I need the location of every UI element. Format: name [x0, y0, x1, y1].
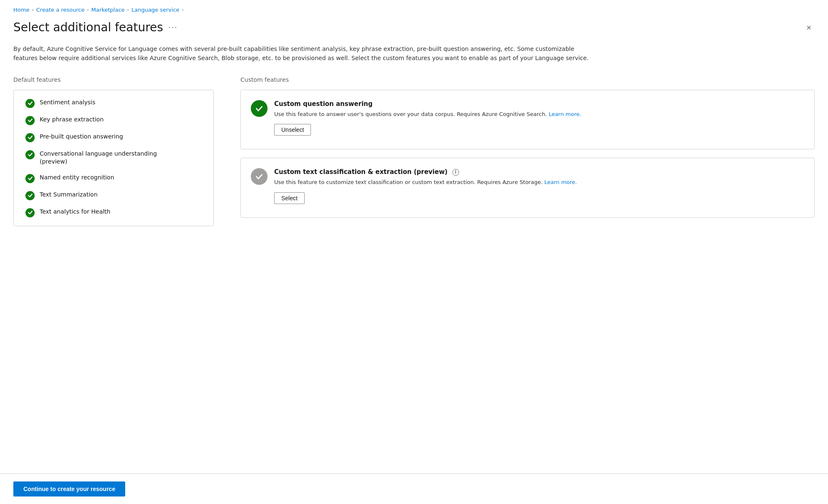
breadcrumb-chevron-2: ›: [87, 7, 88, 13]
card-header: Custom text classification & extraction …: [251, 168, 804, 204]
custom-text-classification-card: Custom text classification & extraction …: [240, 158, 815, 218]
list-item: Text analytics for Health: [25, 208, 202, 217]
page-header: Select additional features ··· ×: [13, 20, 815, 34]
unselected-icon: [251, 168, 268, 185]
more-options-button[interactable]: ···: [168, 23, 178, 32]
check-icon: [25, 208, 35, 217]
check-icon: [25, 174, 35, 183]
page-description: By default, Azure Cognitive Service for …: [13, 44, 598, 63]
breadcrumb-marketplace[interactable]: Marketplace: [91, 7, 125, 13]
card-description: Use this feature to answer user's questi…: [274, 110, 804, 118]
custom-features-label: Custom features: [240, 76, 815, 83]
breadcrumb-chevron-4: ›: [182, 7, 184, 13]
card-title: Custom text classification & extraction …: [274, 168, 804, 176]
feature-name: Sentiment analysis: [40, 98, 96, 107]
select-button[interactable]: Select: [274, 192, 305, 204]
continue-button[interactable]: Continue to create your resource: [13, 481, 125, 496]
breadcrumb-create-resource[interactable]: Create a resource: [36, 7, 85, 13]
default-features-box: Sentiment analysis Key phrase extraction…: [13, 90, 214, 226]
list-item: Conversational language understanding(pr…: [25, 150, 202, 166]
list-item: Sentiment analysis: [25, 98, 202, 108]
feature-name: Named entity recognition: [40, 174, 114, 182]
breadcrumb-home[interactable]: Home: [13, 7, 29, 13]
breadcrumb-language-service[interactable]: Language service: [131, 7, 179, 13]
check-icon: [25, 150, 35, 159]
breadcrumb-chevron-1: ›: [32, 7, 33, 13]
feature-name: Key phrase extraction: [40, 116, 104, 124]
card-learn-more-link[interactable]: Learn more.: [549, 111, 581, 117]
custom-question-answering-card: Custom question answering Use this featu…: [240, 90, 815, 150]
check-icon: [25, 191, 35, 200]
card-desc-text: Use this feature to customize text class…: [274, 179, 544, 185]
card-learn-more-link[interactable]: Learn more.: [544, 179, 577, 185]
feature-name: Text analytics for Health: [40, 208, 110, 216]
list-item: Text Summarization: [25, 191, 202, 200]
card-title: Custom question answering: [274, 100, 804, 108]
selected-icon: [251, 100, 268, 117]
check-icon: [25, 133, 35, 142]
custom-features-column: Custom features Custom question answerin…: [240, 76, 815, 226]
feature-name: Text Summarization: [40, 191, 98, 199]
unselect-button[interactable]: Unselect: [274, 124, 311, 136]
list-item: Named entity recognition: [25, 174, 202, 183]
list-item: Pre-built question answering: [25, 133, 202, 142]
card-title-text: Custom text classification & extraction …: [274, 168, 447, 176]
default-features-label: Default features: [13, 76, 214, 83]
breadcrumb-chevron-3: ›: [127, 7, 129, 13]
columns-wrapper: Default features Sentiment analysis Key …: [13, 76, 815, 226]
card-header: Custom question answering Use this featu…: [251, 100, 804, 136]
list-item: Key phrase extraction: [25, 116, 202, 125]
title-row: Select additional features ···: [13, 20, 178, 34]
footer-bar: Continue to create your resource: [0, 474, 828, 504]
feature-name: Pre-built question answering: [40, 133, 123, 141]
feature-name: Conversational language understanding(pr…: [40, 150, 157, 166]
check-icon: [25, 116, 35, 125]
card-content: Custom question answering Use this featu…: [274, 100, 804, 136]
close-button[interactable]: ×: [803, 22, 815, 33]
default-features-column: Default features Sentiment analysis Key …: [13, 76, 214, 226]
breadcrumb: Home › Create a resource › Marketplace ›…: [13, 7, 815, 13]
page-title: Select additional features: [13, 20, 163, 34]
check-icon: [25, 99, 35, 108]
card-description: Use this feature to customize text class…: [274, 178, 804, 186]
info-icon[interactable]: i: [452, 169, 459, 176]
card-content: Custom text classification & extraction …: [274, 168, 804, 204]
card-desc-text: Use this feature to answer user's questi…: [274, 111, 549, 117]
